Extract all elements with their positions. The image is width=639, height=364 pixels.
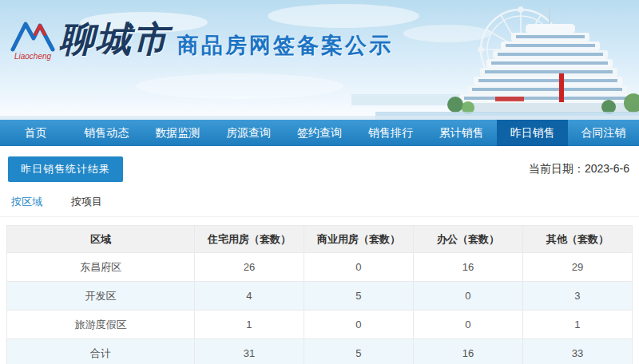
- table-cell: 合计: [7, 339, 195, 364]
- nav-item-1[interactable]: 销售动态: [71, 120, 142, 146]
- table-row: 东昌府区2601629: [7, 253, 633, 282]
- nav-item-5[interactable]: 销售排行: [355, 120, 426, 146]
- table-header-cell: 区域: [7, 226, 195, 253]
- main-nav: 首页销售动态数据监测房源查询签约查询销售排行累计销售昨日销售合同注销: [0, 120, 639, 146]
- nav-item-4[interactable]: 签约查询: [284, 120, 355, 146]
- table-cell: 5: [304, 282, 413, 311]
- tab-by-region[interactable]: 按区域: [11, 195, 42, 209]
- nav-item-7[interactable]: 昨日销售: [497, 120, 568, 146]
- table-cell: 1: [522, 311, 632, 339]
- table-cell: 16: [413, 253, 522, 282]
- table-cell: 0: [304, 253, 413, 282]
- current-date-label: 当前日期：2023-6-6: [529, 162, 629, 176]
- nav-item-0[interactable]: 首页: [0, 120, 71, 146]
- table-cell: 0: [413, 282, 522, 311]
- table-cell: 0: [304, 311, 413, 339]
- view-tabs: 按区域 按项目: [0, 182, 639, 217]
- table-cell: 5: [304, 339, 413, 364]
- table-row: 合计3151633: [7, 339, 633, 364]
- table-cell: 开发区: [7, 282, 195, 311]
- table-cell: 1: [194, 311, 304, 339]
- main-content: 昨日销售统计结果 当前日期：2023-6-6 按区域 按项目 区域住宅用房（套数…: [0, 146, 639, 364]
- table-cell: 33: [522, 339, 632, 364]
- header-banner: Liaocheng 聊城市 商品房网签备案公示: [0, 0, 639, 120]
- table-row: 旅游度假区1001: [7, 311, 633, 339]
- table-cell: 4: [194, 282, 304, 311]
- table-cell: 16: [413, 339, 522, 364]
- logo-mountain-icon: Liaocheng: [10, 16, 56, 62]
- table-header-cell: 其他（套数）: [522, 226, 632, 253]
- site-logo: Liaocheng 聊城市 商品房网签备案公示: [10, 16, 393, 62]
- logo-city-name: 聊城市: [59, 16, 169, 62]
- section-title-badge: 昨日销售统计结果: [8, 156, 123, 182]
- nav-item-2[interactable]: 数据监测: [142, 120, 213, 146]
- nav-item-6[interactable]: 累计销售: [426, 120, 497, 146]
- tab-by-project[interactable]: 按项目: [71, 195, 102, 209]
- table-row: 开发区4503: [7, 282, 633, 311]
- logo-subtext: Liaocheng: [14, 52, 52, 61]
- table-cell: 3: [522, 282, 632, 311]
- table-header-cell: 商业用房（套数）: [304, 226, 413, 253]
- table-cell: 东昌府区: [7, 253, 195, 282]
- nav-item-3[interactable]: 房源查询: [213, 120, 284, 146]
- table-header-cell: 办公（套数）: [413, 226, 522, 253]
- table-cell: 31: [194, 339, 304, 364]
- sales-statistics-table: 区域住宅用房（套数）商业用房（套数）办公（套数）其他（套数） 东昌府区26016…: [6, 225, 633, 364]
- table-header-cell: 住宅用房（套数）: [194, 226, 304, 253]
- site-title: 商品房网签备案公示: [177, 34, 393, 57]
- table-cell: 29: [522, 253, 632, 282]
- table-cell: 0: [413, 311, 522, 339]
- table-cell: 旅游度假区: [7, 311, 195, 339]
- nav-item-8[interactable]: 合同注销: [568, 120, 639, 146]
- table-cell: 26: [194, 253, 304, 282]
- table-header-row: 区域住宅用房（套数）商业用房（套数）办公（套数）其他（套数）: [7, 226, 633, 253]
- title-row: 昨日销售统计结果 当前日期：2023-6-6: [0, 146, 639, 182]
